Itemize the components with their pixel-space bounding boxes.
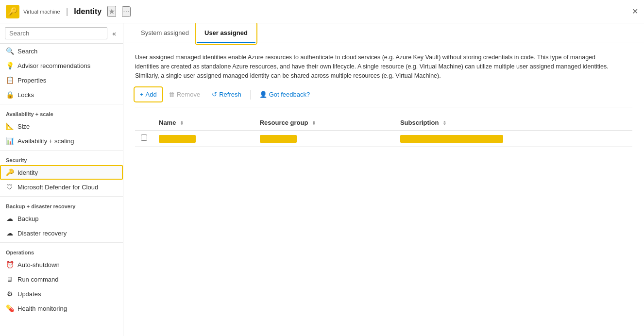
blurred-resource-group: ████████ <box>260 135 297 143</box>
table-header-name[interactable]: Name ⇕ <box>153 115 254 131</box>
blurred-subscription: ████████████████████████ <box>400 135 503 143</box>
search-icon: 🔍 <box>6 47 14 55</box>
resource-icon: 🔑 <box>6 5 19 18</box>
row-subscription: ████████████████████████ <box>394 131 632 147</box>
sidebar-item-label-backup: Backup <box>17 215 38 222</box>
sidebar-search-container: « <box>0 23 123 44</box>
tab-user-assigned[interactable]: User assigned <box>197 23 255 43</box>
row-checkbox-cell <box>135 131 153 147</box>
sidebar-item-label-locks: Locks <box>17 91 34 99</box>
toolbar-separator <box>250 90 251 100</box>
sidebar-divider <box>0 242 123 243</box>
sort-icon: ⇕ <box>442 120 446 126</box>
tab-system-assigned[interactable]: System assigned <box>133 23 197 43</box>
remove-label: Remove <box>177 91 200 98</box>
table-header-checkbox <box>135 115 153 131</box>
search-input[interactable] <box>5 27 107 39</box>
feedback-label: Got feedback? <box>269 91 310 98</box>
feedback-icon: 👤 <box>259 91 267 98</box>
sidebar-section-label: Backup + disaster recovery <box>0 199 123 211</box>
sidebar-item-label-availability: Availability + scaling <box>17 137 74 145</box>
sidebar-item-label-updates: Updates <box>17 290 41 298</box>
remove-icon: 🗑 <box>169 91 175 98</box>
sidebar-item-identity[interactable]: 🔑Identity <box>0 165 123 180</box>
sidebar: « 🔍Search💡Advisor recommendations📋Proper… <box>0 23 123 336</box>
feedback-button[interactable]: 👤 Got feedback? <box>254 88 315 101</box>
sidebar-collapse-button[interactable]: « <box>110 28 118 39</box>
content-area: System assignedUser assigned User assign… <box>123 23 644 336</box>
add-label: Add <box>146 91 157 98</box>
key-icon: 🔑 <box>8 7 17 16</box>
sidebar-item-advisor[interactable]: 💡Advisor recommendations <box>0 58 123 73</box>
sidebar-items: 🔍Search💡Advisor recommendations📋Properti… <box>0 44 123 316</box>
description-text: User assigned managed identities enable … <box>135 53 621 80</box>
resource-type: Virtual machine <box>23 9 60 15</box>
sidebar-item-label-size: Size <box>17 123 30 130</box>
sidebar-section-label: Availability + scale <box>0 106 123 119</box>
sidebar-item-healthmonitoring[interactable]: 💊Health monitoring <box>0 301 123 316</box>
backup-icon: ☁ <box>6 215 14 222</box>
sidebar-item-backup[interactable]: ☁Backup <box>0 211 123 226</box>
availability-icon: 📊 <box>6 137 14 145</box>
identity-icon: 🔑 <box>6 168 14 176</box>
refresh-button[interactable]: ↺ Refresh <box>207 88 246 101</box>
table-container: Name ⇕Resource group ⇕Subscription ⇕ ███… <box>135 115 632 147</box>
more-options-button[interactable]: ··· <box>122 6 130 17</box>
row-name: ████████ <box>153 131 254 147</box>
healthmonitoring-icon: 💊 <box>6 304 14 312</box>
refresh-label: Refresh <box>219 91 241 98</box>
sidebar-item-label-autoshutdown: Auto-shutdown <box>17 261 60 269</box>
content-body: User assigned managed identities enable … <box>123 43 644 156</box>
sidebar-item-locks[interactable]: 🔒Locks <box>0 87 123 102</box>
sidebar-item-search[interactable]: 🔍Search <box>0 44 123 58</box>
sidebar-item-autoshutdown[interactable]: ⏰Auto-shutdown <box>0 257 123 272</box>
disaster-icon: ☁ <box>6 229 14 237</box>
add-button[interactable]: + Add <box>135 88 162 101</box>
row-checkbox[interactable] <box>141 134 147 141</box>
toolbar: + Add 🗑 Remove ↺ Refresh 👤 Got feedback? <box>135 88 632 107</box>
sidebar-item-label-search: Search <box>17 48 37 55</box>
identities-table: Name ⇕Resource group ⇕Subscription ⇕ ███… <box>135 115 632 147</box>
table-header-resource_group[interactable]: Resource group ⇕ <box>254 115 394 131</box>
defender-icon: 🛡 <box>6 183 14 191</box>
blurred-name: ████████ <box>159 135 196 143</box>
sidebar-item-label-identity: Identity <box>17 169 38 176</box>
table-header-subscription[interactable]: Subscription ⇕ <box>394 115 632 131</box>
favorite-button[interactable]: ★ <box>107 6 116 17</box>
page-title: Identity <box>74 7 102 16</box>
size-icon: 📐 <box>6 122 14 130</box>
updates-icon: ⚙ <box>6 290 14 298</box>
sidebar-item-label-runcommand: Run command <box>17 276 59 283</box>
title-separator: | <box>66 6 68 17</box>
sidebar-divider <box>0 104 123 104</box>
sidebar-item-label-defender: Microsoft Defender for Cloud <box>17 184 98 191</box>
row-resource-group: ████████ <box>254 131 394 147</box>
autoshutdown-icon: ⏰ <box>6 261 14 269</box>
sort-icon: ⇕ <box>180 120 184 126</box>
tabs-bar: System assignedUser assigned <box>123 23 644 43</box>
close-button[interactable]: ✕ <box>632 7 638 16</box>
runcommand-icon: 🖥 <box>6 275 14 283</box>
sidebar-item-label-healthmonitoring: Health monitoring <box>17 305 67 312</box>
sidebar-item-size[interactable]: 📐Size <box>0 119 123 134</box>
properties-icon: 📋 <box>6 76 14 84</box>
sidebar-item-disaster[interactable]: ☁Disaster recovery <box>0 226 123 240</box>
add-icon: + <box>140 91 144 98</box>
sort-icon: ⇕ <box>312 120 316 126</box>
sidebar-item-defender[interactable]: 🛡Microsoft Defender for Cloud <box>0 180 123 194</box>
sidebar-section-label: Security <box>0 152 123 165</box>
sidebar-item-updates[interactable]: ⚙Updates <box>0 286 123 301</box>
sidebar-item-runcommand[interactable]: 🖥Run command <box>0 272 123 286</box>
sidebar-item-label-advisor: Advisor recommendations <box>17 62 90 69</box>
sidebar-item-properties[interactable]: 📋Properties <box>0 73 123 87</box>
locks-icon: 🔒 <box>6 91 14 99</box>
sidebar-divider <box>0 196 123 197</box>
table-row: ████████████████████████████████████████ <box>135 131 632 147</box>
remove-button[interactable]: 🗑 Remove <box>164 88 205 101</box>
sidebar-item-label-disaster: Disaster recovery <box>17 230 67 237</box>
sidebar-divider <box>0 150 123 151</box>
main-layout: « 🔍Search💡Advisor recommendations📋Proper… <box>0 23 644 336</box>
title-bar: 🔑 Virtual machine | Identity ★ ··· ✕ <box>0 0 644 23</box>
sidebar-item-availability[interactable]: 📊Availability + scaling <box>0 134 123 148</box>
refresh-icon: ↺ <box>212 91 217 98</box>
